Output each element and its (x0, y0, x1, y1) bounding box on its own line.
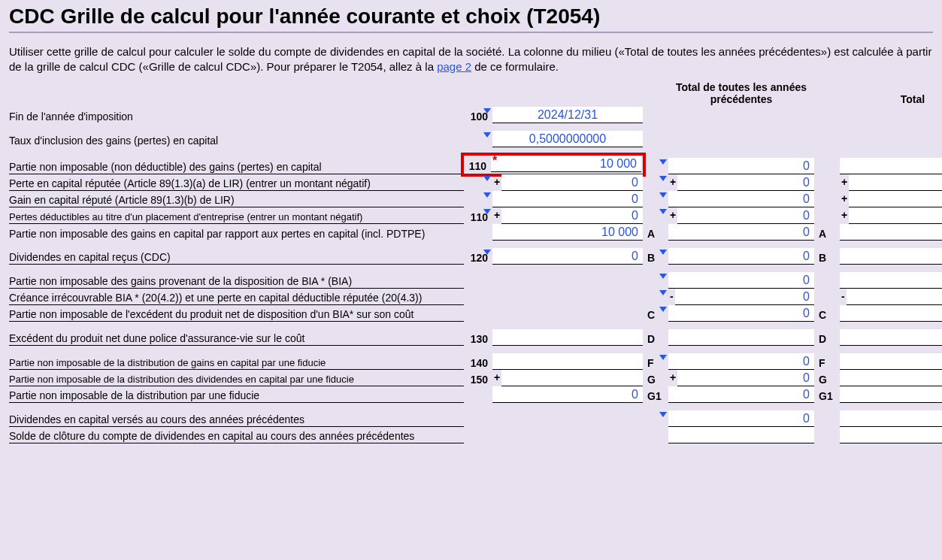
field-fg-current[interactable] (492, 353, 643, 370)
field-biad-total[interactable] (840, 272, 942, 289)
input-110-total[interactable] (840, 158, 942, 174)
field-solde-mid[interactable] (668, 427, 814, 443)
input-dr-total[interactable] (840, 248, 942, 265)
input-fg-total[interactable] (840, 353, 942, 370)
input-dv-total[interactable] (840, 410, 942, 427)
dropdown-icon[interactable] (659, 250, 667, 255)
field-perte-mid[interactable]: + (668, 174, 814, 191)
input-solde-mid[interactable] (668, 427, 814, 443)
field-gain-current[interactable] (492, 191, 643, 207)
field-ass-mid[interactable] (668, 329, 814, 346)
input-fd-mid[interactable] (677, 370, 814, 386)
input-ft-mid[interactable] (668, 386, 814, 403)
field-biac-total[interactable]: - (840, 289, 942, 305)
input-biad-total[interactable] (840, 272, 942, 289)
page-2-link[interactable]: page 2 (437, 60, 471, 73)
field-fd-total[interactable] (840, 370, 942, 386)
input-perte-current[interactable] (501, 174, 643, 191)
dropdown-icon[interactable] (483, 176, 491, 181)
field-fg-mid[interactable] (668, 353, 814, 370)
input-pd-total[interactable] (849, 207, 942, 224)
field-ft-current[interactable] (492, 386, 643, 403)
field-dr-current[interactable] (492, 248, 643, 265)
input-fin-annee[interactable] (492, 107, 643, 123)
dropdown-icon[interactable] (659, 192, 667, 198)
dropdown-icon[interactable] (659, 290, 667, 295)
input-ass-current[interactable] (492, 329, 643, 346)
input-gain-total[interactable] (849, 191, 942, 207)
input-ft-current[interactable] (492, 386, 643, 403)
field-pd-current[interactable]: + (492, 207, 643, 224)
input-biac-mid[interactable] (675, 289, 814, 305)
input-biae-total[interactable] (840, 305, 942, 322)
input-ass-mid[interactable] (668, 329, 814, 346)
field-dr-mid[interactable] (668, 248, 814, 265)
input-pdtpe-current[interactable] (492, 224, 643, 241)
field-gain-total[interactable]: + (840, 191, 942, 207)
input-fg-mid[interactable] (668, 353, 814, 370)
input-biad-mid[interactable] (668, 272, 814, 289)
field-biac-mid[interactable]: - (668, 289, 814, 305)
field-pd-total[interactable]: + (840, 207, 942, 224)
field-fd-mid[interactable]: + (668, 370, 814, 386)
field-fg-total[interactable] (840, 353, 942, 370)
field-biae-mid[interactable] (668, 305, 814, 322)
field-fin-annee[interactable] (492, 107, 643, 123)
dropdown-icon[interactable] (659, 307, 667, 312)
input-110-mid[interactable] (668, 158, 814, 174)
dropdown-icon[interactable] (659, 355, 667, 360)
input-pdtpe-mid[interactable] (668, 224, 814, 241)
dropdown-icon[interactable] (659, 176, 667, 181)
input-solde-total[interactable] (840, 427, 942, 443)
field-perte-total[interactable]: + (840, 174, 942, 191)
input-biac-total[interactable] (847, 289, 942, 305)
field-dv-mid[interactable] (668, 410, 814, 427)
input-perte-total[interactable] (849, 174, 942, 191)
field-dr-total[interactable] (840, 248, 942, 265)
field-gain-mid[interactable] (668, 191, 814, 207)
input-pd-current[interactable] (501, 207, 643, 224)
input-dv-mid[interactable] (668, 410, 814, 427)
input-pdtpe-total[interactable] (840, 224, 942, 241)
field-taux[interactable] (492, 131, 643, 147)
dropdown-icon[interactable] (659, 209, 667, 214)
field-pdtpe-mid[interactable] (668, 224, 814, 241)
dropdown-icon[interactable] (483, 250, 491, 255)
field-biad-mid[interactable] (668, 272, 814, 289)
input-dr-mid[interactable] (668, 248, 814, 265)
dropdown-icon[interactable] (483, 108, 491, 114)
field-fd-current[interactable]: + (492, 370, 643, 386)
input-gain-current[interactable] (492, 191, 643, 207)
field-110-total[interactable] (840, 158, 942, 174)
dropdown-icon[interactable] (659, 274, 667, 279)
field-pd-mid[interactable]: + (668, 207, 814, 224)
field-ass-total[interactable] (840, 329, 942, 346)
field-110-mid[interactable] (668, 158, 814, 174)
input-ft-total[interactable] (840, 386, 942, 403)
input-biae-mid[interactable] (668, 305, 814, 322)
dropdown-icon[interactable] (659, 412, 667, 417)
field-perte-current[interactable]: + (492, 174, 643, 191)
input-pd-mid[interactable] (677, 207, 814, 224)
field-ft-mid[interactable] (668, 386, 814, 403)
field-ft-total[interactable] (840, 386, 942, 403)
input-110-current[interactable] (491, 156, 641, 172)
field-dv-total[interactable] (840, 410, 942, 427)
field-pdtpe-current[interactable] (492, 224, 643, 241)
field-ass-current[interactable] (492, 329, 643, 346)
input-ass-total[interactable] (840, 329, 942, 346)
field-biae-total[interactable] (840, 305, 942, 322)
dropdown-icon[interactable] (483, 132, 491, 138)
field-solde-total[interactable] (840, 427, 942, 443)
dropdown-icon[interactable] (483, 192, 491, 198)
input-fd-current[interactable] (501, 370, 643, 386)
input-fg-current[interactable] (492, 353, 643, 370)
input-fd-total[interactable] (840, 370, 942, 386)
input-taux[interactable] (492, 131, 643, 147)
field-pdtpe-total[interactable] (840, 224, 942, 241)
input-perte-mid[interactable] (677, 174, 814, 191)
input-dr-current[interactable] (492, 248, 643, 265)
input-gain-mid[interactable] (668, 191, 814, 207)
dropdown-icon[interactable] (659, 159, 667, 165)
dropdown-icon[interactable] (483, 209, 491, 214)
